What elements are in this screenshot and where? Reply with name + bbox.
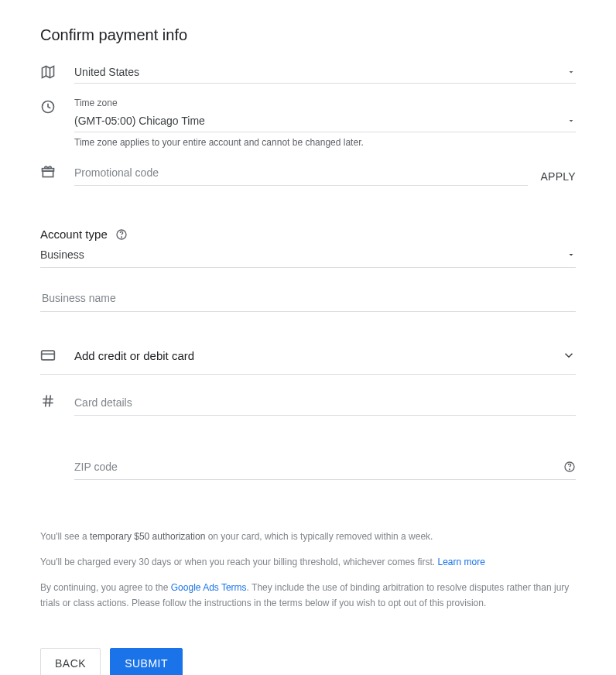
authorization-notice: You'll see a temporary $50 authorization… xyxy=(40,529,576,544)
account-type-label: Account type xyxy=(40,228,108,241)
add-card-toggle[interactable]: Add credit or debit card xyxy=(40,340,576,375)
account-type-select[interactable]: Business xyxy=(40,245,576,268)
account-type-value: Business xyxy=(40,248,566,261)
clock-icon xyxy=(40,98,74,115)
help-icon[interactable] xyxy=(563,461,576,473)
svg-marker-0 xyxy=(43,67,54,78)
chevron-down-icon xyxy=(566,116,576,125)
terms-notice: By continuing, you agree to the Google A… xyxy=(40,581,576,610)
svg-point-7 xyxy=(121,236,121,237)
timezone-value: (GMT-05:00) Chicago Time xyxy=(74,115,560,127)
svg-line-12 xyxy=(46,396,47,407)
billing-notice: You'll be charged every 30 days or when … xyxy=(40,555,576,570)
timezone-hint: Time zone applies to your entire account… xyxy=(74,137,576,148)
country-select[interactable]: United States xyxy=(74,63,576,84)
chevron-down-icon xyxy=(562,348,576,362)
svg-rect-5 xyxy=(43,171,53,177)
zip-input[interactable] xyxy=(74,459,557,475)
timezone-select[interactable]: (GMT-05:00) Chicago Time xyxy=(74,111,576,132)
timezone-label: Time zone xyxy=(74,98,576,108)
add-card-label: Add credit or debit card xyxy=(74,349,562,362)
promo-input[interactable] xyxy=(74,165,528,180)
map-icon xyxy=(40,63,74,80)
chevron-down-icon xyxy=(566,67,576,77)
google-ads-terms-link[interactable]: Google Ads Terms xyxy=(171,582,247,593)
hash-icon xyxy=(40,392,74,409)
business-name-input[interactable] xyxy=(40,291,576,305)
gift-icon xyxy=(40,162,74,179)
submit-button[interactable]: SUBMIT xyxy=(110,648,183,675)
page-title: Confirm payment info xyxy=(40,26,576,44)
apply-button[interactable]: APPLY xyxy=(540,167,576,186)
back-button[interactable]: BACK xyxy=(40,648,101,675)
learn-more-link[interactable]: Learn more xyxy=(437,557,484,567)
chevron-down-icon xyxy=(566,250,576,259)
credit-card-icon xyxy=(40,348,74,363)
svg-point-15 xyxy=(570,469,570,470)
svg-line-13 xyxy=(50,396,51,407)
country-value: United States xyxy=(74,66,560,78)
card-details-input[interactable] xyxy=(74,395,576,410)
help-icon[interactable] xyxy=(115,228,128,241)
svg-rect-8 xyxy=(42,351,55,360)
